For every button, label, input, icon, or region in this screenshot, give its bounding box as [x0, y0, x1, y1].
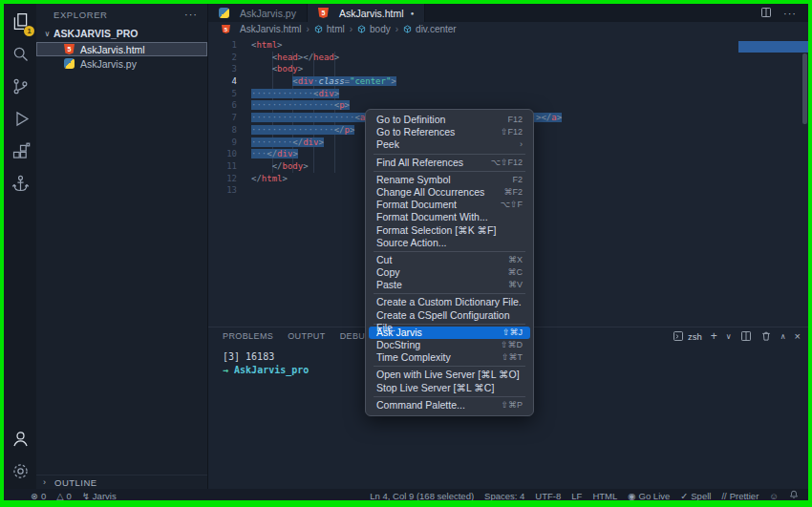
tab-askjarvis-html[interactable]: 5AskJarvis.html● [308, 4, 425, 22]
tab-askjarvis-py[interactable]: AskJarvis.py [208, 4, 308, 22]
status-item-go-live[interactable]: ◉Go Live [628, 489, 670, 500]
menu-item-rename-symbol[interactable]: Rename SymbolF2 [366, 174, 533, 186]
menu-item-find-all-references[interactable]: Find All References⌥⇧F12 [366, 157, 533, 169]
menu-item-create-a-custom-dictionary-file[interactable]: Create a Custom Dictionary File. [366, 296, 533, 308]
panel-tab-problems[interactable]: PROBLEMS [223, 331, 273, 341]
status-item-0[interactable]: ⊗0 [31, 489, 46, 500]
activitybar-run-debug-button[interactable] [4, 104, 36, 137]
code-text: ················<p> [237, 99, 350, 112]
terminal-shell-selector[interactable]: zsh [673, 330, 702, 342]
code-token: head [313, 53, 334, 62]
tab-label: AskJarvis.py [240, 8, 296, 19]
status-item-utf-8[interactable]: UTF-8 [535, 489, 561, 500]
menu-item-paste[interactable]: Paste⌘V [366, 279, 533, 291]
menu-separator [374, 396, 525, 397]
menu-item-copy[interactable]: Copy⌘C [366, 266, 533, 279]
tab-bar: AskJarvis.py5AskJarvis.html● ··· [208, 4, 808, 22]
more-actions-icon[interactable]: ··· [783, 8, 797, 19]
status-item-0[interactable]: △0 [56, 489, 72, 500]
new-terminal-icon[interactable]: + [711, 329, 717, 343]
menu-item-create-a-cspell-configuration-file[interactable]: Create a CSpell Configuration File. [366, 309, 533, 322]
menu-item-label: DocString [376, 339, 420, 351]
code-token: > [277, 40, 282, 50]
status-item-lf[interactable]: LF [571, 489, 582, 500]
line-number: 6 [208, 99, 237, 112]
menu-item-change-all-occurrences[interactable]: Change All Occurrences⌘F2 [366, 186, 533, 199]
menu-separator [374, 171, 525, 172]
menu-item-source-action[interactable]: Source Action... [366, 237, 533, 249]
breadcrumb-item-body[interactable]: body [357, 24, 391, 34]
terminal-icon [673, 330, 684, 342]
menu-item-ask-jarvis[interactable]: Ask Jarvis⇧⌘J [369, 327, 530, 339]
status-item-spell[interactable]: ✓Spell [680, 489, 711, 500]
menu-item-cut[interactable]: Cut⌘X [366, 254, 533, 266]
breadcrumb-item-html[interactable]: html [314, 24, 345, 34]
close-panel-icon[interactable]: × [795, 330, 801, 342]
activitybar-extensions-button[interactable] [4, 137, 36, 169]
breadcrumb-item-div-center[interactable]: div.center [403, 24, 457, 34]
file-askjarvis-py[interactable]: AskJarvis.py [36, 56, 207, 71]
menu-item-format-document-with[interactable]: Format Document With... [366, 211, 533, 223]
menu-item-shortcut: ⇧⌘J [502, 327, 523, 339]
menu-item-format-selection-k-f[interactable]: Format Selection [⌘K ⌘F] [366, 224, 533, 237]
menu-item-label: Copy [376, 266, 400, 279]
code-line-1: 1<html> [208, 39, 732, 52]
code-text: ···</div> [237, 148, 298, 160]
code-text: </html> [237, 173, 288, 185]
activitybar-account-button[interactable] [4, 424, 36, 456]
menu-item-peek[interactable]: Peek› [366, 138, 533, 151]
activitybar-anchor-button[interactable] [4, 169, 36, 201]
activity-badge: 1 [24, 26, 34, 36]
maximize-panel-icon[interactable]: ∧ [780, 332, 786, 341]
menu-item-command-palette[interactable]: Command Palette...⇧⌘P [366, 399, 533, 412]
menu-item-shortcut: ⌘X [508, 254, 523, 266]
bell-icon [789, 489, 799, 500]
menu-item-docstring[interactable]: DocString⇧⌘D [366, 339, 533, 351]
folder-askjarvis-pro[interactable]: ∨ ASKJARVIS_PRO [36, 25, 207, 42]
menu-item-shortcut: ⇧F12 [501, 126, 523, 138]
editor-actions: ··· [760, 4, 808, 22]
menu-item-go-to-definition[interactable]: Go to DefinitionF12 [366, 114, 533, 126]
activitybar-search-button[interactable] [4, 39, 36, 72]
code-token: body [283, 161, 304, 171]
status-item-prettier[interactable]: //Prettier [721, 489, 759, 500]
activitybar-settings-button[interactable] [4, 456, 36, 489]
breadcrumb-file[interactable]: 5AskJarvis.html [222, 24, 301, 34]
activitybar-explorer-button[interactable]: 1 [4, 7, 36, 39]
html-file-icon: 5 [222, 25, 230, 33]
menu-item-go-to-references[interactable]: Go to References⇧F12 [366, 126, 533, 138]
status-item-feedback[interactable]: ☺ [769, 489, 779, 500]
sidebar-spacer [36, 71, 207, 475]
kill-terminal-icon[interactable] [760, 330, 772, 342]
menu-item-shortcut: ⇧⌘D [501, 339, 523, 351]
status-item-html[interactable]: HTML [592, 489, 617, 500]
status-item-jarvis[interactable]: ↯Jarvis [82, 489, 117, 500]
activitybar-source-control-button[interactable] [4, 72, 36, 104]
menu-item-time-complexity[interactable]: Time Complexity⇧⌘T [366, 351, 533, 364]
status-item-bell[interactable] [789, 489, 799, 500]
menu-item-open-with-live-server-l-o[interactable]: Open with Live Server [⌘L ⌘O] [366, 369, 533, 381]
menu-item-stop-live-server-l-c[interactable]: Stop Live Server [⌘L ⌘C] [366, 382, 533, 394]
shell-label: zsh [688, 331, 702, 342]
panel-tab-output[interactable]: OUTPUT [288, 331, 325, 341]
split-terminal-icon[interactable] [740, 330, 752, 342]
menu-item-format-document[interactable]: Format Document⌥⇧F [366, 199, 533, 211]
editor-scrollbar[interactable] [802, 53, 807, 124]
breadcrumb-item-label: div.center [416, 24, 457, 34]
code-token [251, 76, 292, 86]
status-item-spaces-4[interactable]: Spaces: 4 [484, 489, 524, 500]
breadcrumb-file-label: AskJarvis.html [240, 24, 301, 34]
feedback-icon: ☺ [769, 489, 779, 500]
status-item-ln-4-col-9-168-selected[interactable]: Ln 4, Col 9 (168 selected) [370, 489, 474, 500]
run-debug-icon [11, 109, 31, 133]
file-askjarvis-html[interactable]: 5AskJarvis.html [36, 42, 207, 56]
split-editor-icon[interactable] [760, 5, 772, 22]
error-icon: ⊗ [31, 489, 38, 500]
line-number: 11 [208, 160, 237, 173]
terminal-dropdown-icon[interactable]: ∨ [726, 332, 732, 341]
menu-item-label: Create a CSpell Configuration File. [376, 309, 523, 322]
explorer-more-actions-icon[interactable]: ··· [184, 9, 198, 20]
outline-section[interactable]: › OUTLINE [36, 475, 207, 489]
menu-item-label: Command Palette... [376, 399, 465, 412]
code-text: ················</p> [237, 124, 354, 137]
